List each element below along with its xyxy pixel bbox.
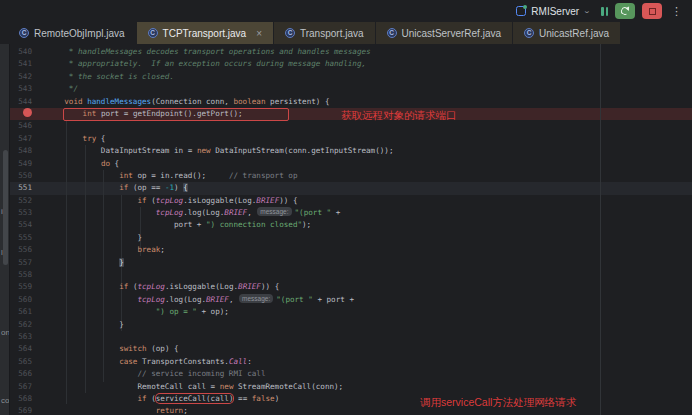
code-text: if (tcpLog.isLoggable(Log.BRIEF)) { bbox=[46, 195, 298, 207]
line-number[interactable]: 566 bbox=[10, 368, 46, 380]
class-icon: C bbox=[19, 28, 29, 38]
code-line[interactable]: 561 ") op = " + op); bbox=[10, 306, 692, 318]
window-header: RMIServer ⌄ ⋮ bbox=[0, 0, 692, 22]
code-text: */ bbox=[46, 83, 78, 95]
code-line[interactable]: 568 if (serviceCall(call) == false) bbox=[10, 393, 692, 405]
class-icon: C bbox=[285, 28, 295, 38]
code-line[interactable]: 559 if (tcpLog.isLoggable(Log.BRIEF)) { bbox=[10, 281, 692, 293]
code-line[interactable]: 553 tcpLog.log(Log.BRIEF, message:"(port… bbox=[10, 207, 692, 219]
line-number[interactable]: 546 bbox=[10, 120, 46, 132]
stop-button[interactable] bbox=[642, 3, 662, 19]
line-number[interactable]: 559 bbox=[10, 281, 46, 293]
line-number[interactable]: 569 bbox=[10, 405, 46, 415]
line-number[interactable]: 554 bbox=[10, 219, 46, 231]
clipped-text: on bbox=[1, 328, 10, 337]
annotation-note: 调用serviceCall方法处理网络请求 bbox=[420, 396, 576, 410]
code-text: // service incoming RMI call bbox=[46, 368, 265, 380]
code-line[interactable]: 555 } bbox=[10, 232, 692, 244]
run-config-icon bbox=[516, 6, 526, 16]
line-number[interactable]: 552 bbox=[10, 195, 46, 207]
code-line[interactable]: 562 } bbox=[10, 319, 692, 331]
line-number[interactable]: 563 bbox=[10, 331, 46, 343]
code-text: do { bbox=[46, 158, 119, 170]
clipped-text: co bbox=[1, 396, 9, 405]
breakpoint-icon[interactable] bbox=[23, 108, 32, 117]
code-area-lines[interactable]: 540 * handleMessages decodes transport o… bbox=[10, 44, 692, 415]
code-line[interactable]: 569 return; bbox=[10, 405, 692, 415]
code-line[interactable]: 560 tcpLog.log(Log.BRIEF, message:"(port… bbox=[10, 294, 692, 306]
run-config-name: RMIServer bbox=[531, 6, 579, 17]
line-number[interactable]: 565 bbox=[10, 356, 46, 368]
code-line[interactable]: 550 int op = in.read(); // transport op bbox=[10, 170, 692, 182]
line-number[interactable]: 549 bbox=[10, 158, 46, 170]
line-number[interactable]: 540 bbox=[10, 46, 46, 58]
line-number[interactable]: 551 bbox=[10, 182, 46, 194]
project-panel-edge: ik l on co bbox=[0, 44, 10, 415]
line-number[interactable] bbox=[10, 108, 46, 120]
code-text: } bbox=[46, 232, 142, 244]
line-number[interactable]: 541 bbox=[10, 58, 46, 70]
line-number[interactable]: 544 bbox=[10, 96, 46, 108]
pause-icon[interactable] bbox=[601, 7, 608, 16]
code-line[interactable]: 540 * handleMessages decodes transport o… bbox=[10, 46, 692, 58]
code-line[interactable]: 563 bbox=[10, 331, 692, 343]
code-line[interactable]: 543 */ bbox=[10, 83, 692, 95]
red-annotation-box-servicecall: serviceCall(call) bbox=[156, 394, 234, 403]
tab-label: UnicastRef.java bbox=[539, 28, 609, 39]
parameter-hint: message: bbox=[257, 207, 291, 216]
line-number[interactable]: 548 bbox=[10, 145, 46, 157]
code-line[interactable]: 542 * the socket is closed. bbox=[10, 71, 692, 83]
tab-label: Transport.java bbox=[300, 28, 364, 39]
line-number[interactable]: 550 bbox=[10, 170, 46, 182]
code-text: int op = in.read(); // transport op bbox=[46, 170, 297, 182]
code-line[interactable]: 554 port + ") connection closed"); bbox=[10, 219, 692, 231]
code-line[interactable]: 564 switch (op) { bbox=[10, 343, 692, 355]
code-line[interactable]: 548 DataInputStream in = new DataInputSt… bbox=[10, 145, 692, 157]
tab-unicastserverref[interactable]: C UnicastServerRef.java bbox=[376, 22, 513, 44]
code-text: RemoteCall call = new StreamRemoteCall(c… bbox=[46, 381, 343, 393]
line-number[interactable]: 553 bbox=[10, 207, 46, 219]
line-number[interactable]: 558 bbox=[10, 269, 46, 281]
line-number[interactable]: 557 bbox=[10, 257, 46, 269]
line-number[interactable]: 564 bbox=[10, 343, 46, 355]
code-text: try { bbox=[46, 133, 105, 145]
tab-tcptransport[interactable]: C TCPTransport.java × bbox=[137, 22, 274, 44]
code-line[interactable]: 552 if (tcpLog.isLoggable(Log.BRIEF)) { bbox=[10, 195, 692, 207]
code-line[interactable]: 541 * appropriately. If an exception occ… bbox=[10, 58, 692, 70]
code-line[interactable]: 544 void handleMessages(Connection conn,… bbox=[10, 96, 692, 108]
line-number[interactable]: 561 bbox=[10, 306, 46, 318]
line-number[interactable]: 542 bbox=[10, 71, 46, 83]
code-text: return; bbox=[46, 405, 188, 415]
rerun-button[interactable] bbox=[615, 3, 635, 19]
code-text: DataInputStream in = new DataInputStream… bbox=[46, 145, 393, 157]
line-number[interactable]: 567 bbox=[10, 381, 46, 393]
tab-remoteobjimpl[interactable]: C RemoteObjImpl.java bbox=[8, 22, 137, 44]
line-number[interactable]: 560 bbox=[10, 294, 46, 306]
more-actions-icon[interactable]: ⋮ bbox=[671, 6, 682, 17]
code-line[interactable]: 558 bbox=[10, 269, 692, 281]
close-tab-icon[interactable]: × bbox=[256, 28, 262, 39]
code-line[interactable]: 567 RemoteCall call = new StreamRemoteCa… bbox=[10, 381, 692, 393]
scrollbar-thumb[interactable] bbox=[3, 150, 8, 265]
tab-label: TCPTransport.java bbox=[163, 28, 247, 39]
class-icon: C bbox=[387, 28, 397, 38]
line-number[interactable]: 556 bbox=[10, 244, 46, 256]
code-line[interactable]: 566 // service incoming RMI call bbox=[10, 368, 692, 380]
line-number[interactable]: 555 bbox=[10, 232, 46, 244]
code-line[interactable]: 551 if (op == -1) { bbox=[10, 182, 692, 194]
code-line[interactable]: 549 do { bbox=[10, 158, 692, 170]
line-number[interactable]: 568 bbox=[10, 393, 46, 405]
line-number[interactable]: 562 bbox=[10, 319, 46, 331]
line-number[interactable]: 547 bbox=[10, 133, 46, 145]
class-icon: C bbox=[524, 28, 534, 38]
line-number[interactable]: 543 bbox=[10, 83, 46, 95]
code-line[interactable]: 556 break; bbox=[10, 244, 692, 256]
tab-unicastref[interactable]: C UnicastRef.java bbox=[513, 22, 621, 44]
code-line[interactable]: 547 try { bbox=[10, 133, 692, 145]
code-line[interactable]: 557 } bbox=[10, 257, 692, 269]
annotation-note: 获取远程对象的请求端口 bbox=[341, 109, 457, 123]
tab-transport[interactable]: C Transport.java bbox=[274, 22, 376, 44]
run-configuration-selector[interactable]: RMIServer ⌄ bbox=[516, 6, 590, 17]
code-editor[interactable]: 540 * handleMessages decodes transport o… bbox=[10, 44, 692, 415]
code-line[interactable]: 565 case TransportConstants.Call: bbox=[10, 356, 692, 368]
